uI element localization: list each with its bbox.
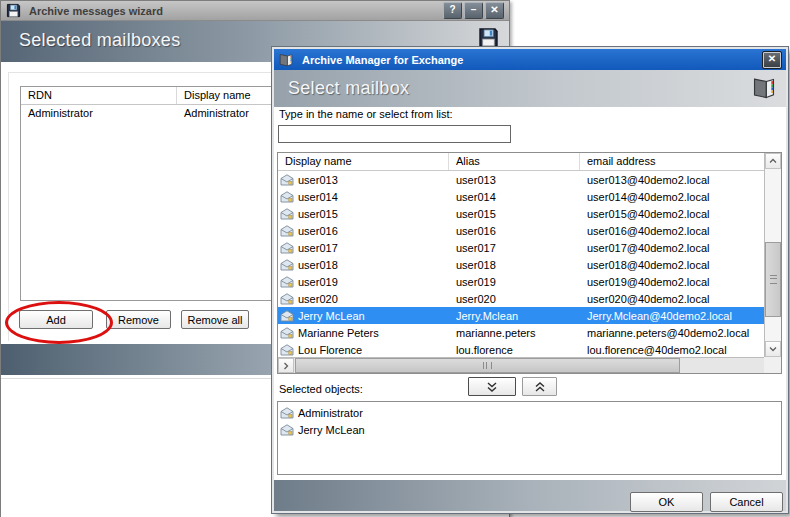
list-item[interactable]: user018 user018 user018@40demo2.local <box>278 256 764 273</box>
alias: user013 <box>449 174 580 186</box>
list-item[interactable]: user013 user013 user013@40demo2.local <box>278 171 764 188</box>
scroll-up-button[interactable] <box>765 153 781 169</box>
email: lou.florence@40demo2.local <box>580 344 764 356</box>
mailbox-icon <box>280 242 294 254</box>
alias: marianne.peters <box>449 327 580 339</box>
dialog-window-title: Archive Manager for Exchange <box>302 54 762 66</box>
alias: user017 <box>449 242 580 254</box>
mailbox-icon <box>280 259 294 271</box>
list-item[interactable]: user017 user017 user017@40demo2.local <box>278 239 764 256</box>
selected-object-item[interactable]: Administrator <box>278 404 781 421</box>
column-header-alias[interactable]: Alias <box>449 153 580 170</box>
dialog-banner: Select mailbox <box>274 70 786 107</box>
mailbox-icon <box>280 424 294 436</box>
floppy-icon <box>6 3 21 18</box>
alias: user020 <box>449 293 580 305</box>
scroll-down-button[interactable] <box>765 341 781 357</box>
list-item[interactable]: Lou Florence lou.florence lou.florence@4… <box>278 341 764 357</box>
alias: lou.florence <box>449 344 580 356</box>
alias: user018 <box>449 259 580 271</box>
mailbox-icon <box>280 225 294 237</box>
email: user014@40demo2.local <box>580 191 764 203</box>
email: marianne.peters@40demo2.local <box>580 327 764 339</box>
list-item[interactable]: user016 user016 user016@40demo2.local <box>278 222 764 239</box>
ok-button[interactable]: OK <box>630 492 703 512</box>
mailbox-icon <box>280 407 294 419</box>
alias: user014 <box>449 191 580 203</box>
display-name: user016 <box>298 225 338 237</box>
dialog-titlebar[interactable]: Archive Manager for Exchange ✕ <box>274 49 786 70</box>
email: user016@40demo2.local <box>580 225 764 237</box>
close-button[interactable]: ✕ <box>485 2 504 19</box>
list-item[interactable]: Marianne Peters marianne.peters marianne… <box>278 324 764 341</box>
display-name: user013 <box>298 174 338 186</box>
alias: Jerry.Mclean <box>449 310 580 322</box>
alias: user019 <box>449 276 580 288</box>
double-chevron-down-icon <box>486 381 498 393</box>
display-name: user015 <box>298 208 338 220</box>
move-up-button[interactable] <box>522 377 557 396</box>
mailbox-icon <box>280 191 294 203</box>
list-item-selected[interactable]: Jerry McLean Jerry.Mclean Jerry.Mclean@4… <box>278 307 764 324</box>
email: user013@40demo2.local <box>580 174 764 186</box>
alias: user015 <box>449 208 580 220</box>
wizard-titlebar[interactable]: Archive messages wizard ? – ✕ <box>1 1 509 21</box>
list-item[interactable]: user019 user019 user019@40demo2.local <box>278 273 764 290</box>
chevron-down-icon <box>768 345 778 353</box>
wizard-banner-title: Selected mailboxes <box>19 30 181 51</box>
book-icon <box>278 52 294 68</box>
cell-rdn: Administrator <box>21 105 177 122</box>
column-header-display-name[interactable]: Display name <box>278 153 449 170</box>
list-item[interactable]: user020 user020 user020@40demo2.local <box>278 290 764 307</box>
floppy-icon <box>478 27 499 48</box>
list-item[interactable]: user015 user015 user015@40demo2.local <box>278 205 764 222</box>
display-name: Jerry McLean <box>298 310 365 322</box>
move-down-button[interactable] <box>468 377 516 396</box>
mailbox-name-input[interactable] <box>278 125 511 143</box>
mailbox-icon <box>280 208 294 220</box>
mailbox-icon <box>280 310 294 322</box>
cancel-button[interactable]: Cancel <box>710 492 783 512</box>
scroll-right-button[interactable] <box>278 358 294 373</box>
list-header-row: Display name Alias email address <box>278 153 764 171</box>
double-chevron-up-icon <box>534 381 546 393</box>
email: Jerry.Mclean@40demo2.local <box>580 310 764 322</box>
column-header-rdn[interactable]: RDN <box>21 87 177 104</box>
mailbox-icon <box>280 174 294 186</box>
mailbox-list: Display name Alias email address user013… <box>277 152 782 374</box>
display-name: user019 <box>298 276 338 288</box>
selected-object-name: Administrator <box>298 407 363 419</box>
search-label: Type in the name or select from list: <box>279 108 453 120</box>
email: user019@40demo2.local <box>580 276 764 288</box>
close-button[interactable]: ✕ <box>762 51 782 69</box>
dialog-banner-title: Select mailbox <box>288 78 409 99</box>
email: user015@40demo2.local <box>580 208 764 220</box>
column-header-email[interactable]: email address <box>580 153 764 170</box>
remove-all-button[interactable]: Remove all <box>181 310 249 329</box>
vertical-scrollbar[interactable] <box>764 153 781 357</box>
vertical-scroll-thumb[interactable] <box>765 242 781 317</box>
horizontal-scroll-thumb[interactable] <box>295 358 680 373</box>
display-name: user018 <box>298 259 338 271</box>
mailbox-icon <box>280 344 294 356</box>
mailbox-icon <box>280 276 294 288</box>
list-item[interactable]: user014 user014 user014@40demo2.local <box>278 188 764 205</box>
email: user018@40demo2.local <box>580 259 764 271</box>
add-button[interactable]: Add <box>19 310 93 329</box>
display-name: Lou Florence <box>298 344 362 356</box>
horizontal-scrollbar[interactable] <box>278 357 764 373</box>
wizard-window-title: Archive messages wizard <box>29 5 441 17</box>
alias: user016 <box>449 225 580 237</box>
select-mailbox-dialog: Archive Manager for Exchange ✕ Select ma… <box>272 47 788 513</box>
display-name: user020 <box>298 293 338 305</box>
scrollbar-corner <box>764 357 781 373</box>
email: user017@40demo2.local <box>580 242 764 254</box>
chevron-right-icon <box>282 361 290 371</box>
help-button[interactable]: ? <box>443 2 462 19</box>
chevron-up-icon <box>768 157 778 165</box>
minimize-button[interactable]: – <box>464 2 483 19</box>
remove-button[interactable]: Remove <box>106 310 171 329</box>
list-rows: user013 user013 user013@40demo2.local us… <box>278 171 764 357</box>
display-name: user014 <box>298 191 338 203</box>
selected-object-item[interactable]: Jerry McLean <box>278 421 781 438</box>
